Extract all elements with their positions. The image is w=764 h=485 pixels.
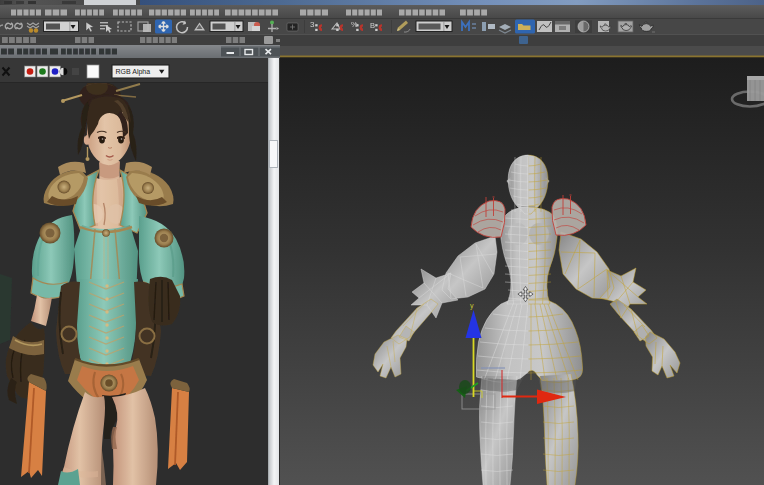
- svg-text:B: B: [370, 21, 375, 30]
- svg-text:RGB Alpha: RGB Alpha: [116, 68, 151, 76]
- svg-text:y: y: [470, 302, 474, 310]
- svg-text:3: 3: [310, 20, 315, 29]
